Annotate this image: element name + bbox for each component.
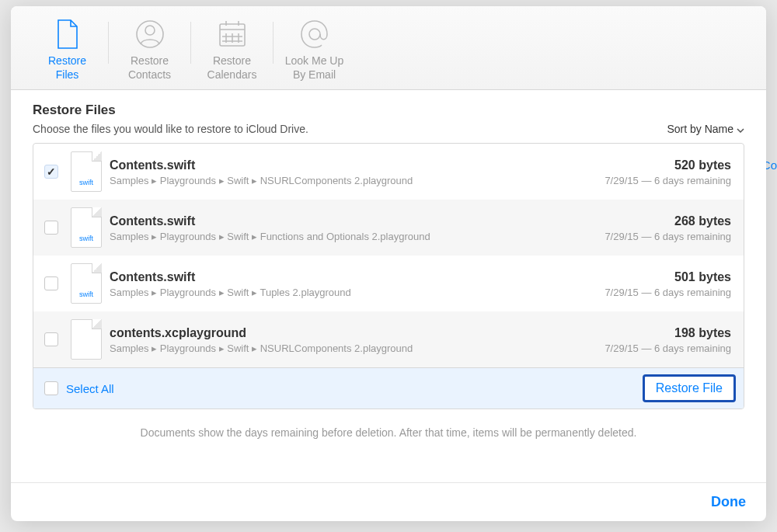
file-thumbnail [71,319,102,360]
at-icon [298,17,331,51]
file-thumbnail: swift [71,151,102,192]
file-path: Samples ▸ Playgrounds ▸ Swift ▸ Function… [110,231,597,242]
tab-label: Look Me Up By Email [285,54,343,82]
svg-point-1 [145,26,155,35]
file-path: Samples ▸ Playgrounds ▸ Swift ▸ NSURLCom… [110,175,597,186]
file-date: 7/29/15 — 6 days remaining [605,231,731,242]
page-subtitle: Choose the files you would like to resto… [33,123,308,135]
row-checkbox[interactable] [44,332,58,346]
file-thumbnail: swift [71,207,102,248]
tab-restore-files[interactable]: Restore Files [26,16,108,83]
file-date: 7/29/15 — 6 days remaining [605,175,731,186]
file-date: 7/29/15 — 6 days remaining [605,342,731,354]
tab-restore-calendars[interactable]: Restore Calendars [191,16,273,83]
file-date: 7/29/15 — 6 days remaining [605,287,731,298]
file-thumbnail: swift [71,263,102,304]
file-icon [55,17,80,51]
restore-file-button[interactable]: Restore File [643,374,736,402]
tab-label: Restore Contacts [128,54,171,82]
select-all-button[interactable]: Select All [44,381,114,395]
svg-point-11 [309,29,320,40]
contact-icon [134,17,166,51]
tab-look-me-up[interactable]: Look Me Up By Email [274,16,355,83]
deletion-note: Documents show the days remaining before… [33,409,744,456]
file-size: 520 bytes [605,158,731,172]
tab-label: Restore Files [48,54,86,82]
file-name: Contents.swift [110,214,597,228]
content-area: Restore Files Choose the files you would… [11,90,766,482]
chevron-down-icon [737,123,744,135]
file-name: contents.xcplayground [110,326,597,340]
select-all-label: Select All [66,382,114,395]
select-all-checkbox[interactable] [44,381,58,395]
restore-files-modal: Restore Files Restore Contacts [11,6,766,521]
sort-label: Sort by Name [667,123,733,135]
toolbar: Restore Files Restore Contacts [11,6,766,90]
file-row[interactable]: swift Contents.swift Samples ▸ Playgroun… [33,144,744,200]
row-checkbox[interactable] [44,221,58,235]
sort-dropdown[interactable]: Sort by Name [667,123,744,135]
file-size: 268 bytes [605,214,731,228]
tab-restore-contacts[interactable]: Restore Contacts [109,16,190,83]
modal-footer: Done [11,482,766,521]
tab-label: Restore Calendars [207,54,257,82]
file-size: 501 bytes [605,270,731,284]
calendar-icon [217,17,248,51]
row-checkbox[interactable] [44,165,58,179]
file-path: Samples ▸ Playgrounds ▸ Swift ▸ NSURLCom… [110,342,597,354]
row-checkbox[interactable] [44,276,58,290]
file-name: Contents.swift [110,158,597,172]
file-row[interactable]: swift Contents.swift Samples ▸ Playgroun… [33,200,744,256]
page-title: Restore Files [33,103,744,118]
file-name: Contents.swift [110,270,597,284]
file-path: Samples ▸ Playgrounds ▸ Swift ▸ Tuples 2… [110,287,597,298]
file-row[interactable]: swift Contents.swift Samples ▸ Playgroun… [33,256,744,311]
file-list: swift Contents.swift Samples ▸ Playgroun… [33,143,744,409]
file-size: 198 bytes [605,326,731,340]
list-footer: Select All Restore File [33,367,744,409]
file-row[interactable]: contents.xcplayground Samples ▸ Playgrou… [33,311,744,367]
done-button[interactable]: Done [711,494,746,509]
